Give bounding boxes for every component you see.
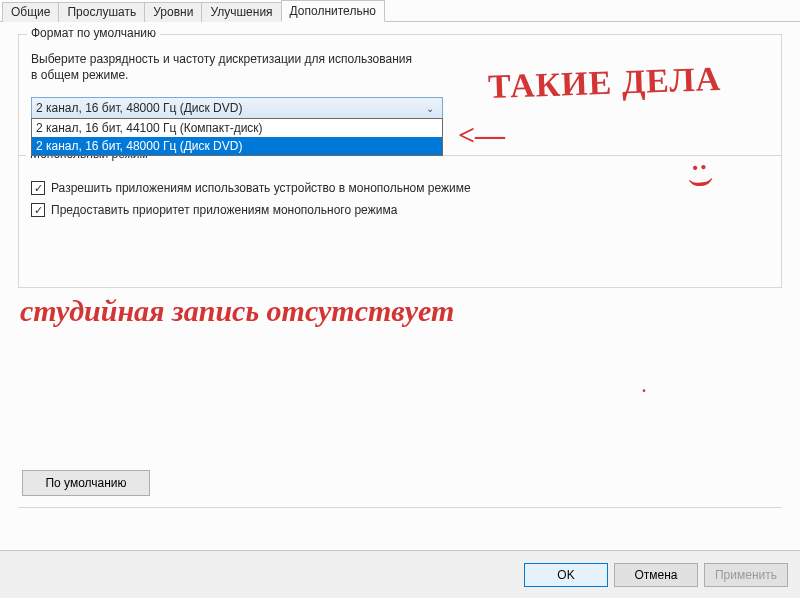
tab-listen[interactable]: Прослушать <box>58 2 145 22</box>
check-icon: ✓ <box>34 182 43 195</box>
checkbox-priority-exclusive-label: Предоставить приоритет приложениям моноп… <box>51 203 397 217</box>
ok-button[interactable]: OK <box>524 563 608 587</box>
checkbox-allow-exclusive-row: ✓ Разрешить приложениям использовать уст… <box>31 181 769 195</box>
default-format-desc: Выберите разрядность и частоту дискретиз… <box>31 51 769 83</box>
tab-general[interactable]: Общие <box>2 2 59 22</box>
checkbox-priority-exclusive[interactable]: ✓ <box>31 203 45 217</box>
format-selected-text: 2 канал, 16 бит, 48000 Гц (Диск DVD) <box>36 101 242 115</box>
format-option-48000[interactable]: 2 канал, 16 бит, 48000 Гц (Диск DVD) <box>32 137 442 155</box>
apply-button[interactable]: Применить <box>704 563 788 587</box>
default-format-group: Формат по умолчанию Выберите разрядность… <box>18 34 782 288</box>
chevron-down-icon: ⌄ <box>422 103 438 114</box>
dialog-button-bar: OK Отмена Применить <box>0 550 800 598</box>
checkbox-allow-exclusive[interactable]: ✓ <box>31 181 45 195</box>
cancel-button[interactable]: Отмена <box>614 563 698 587</box>
default-format-title: Формат по умолчанию <box>27 26 160 40</box>
tabs-bar: Общие Прослушать Уровни Улучшения Дополн… <box>0 0 800 22</box>
format-dropdown: 2 канал, 16 бит, 44100 Гц (Компакт-диск)… <box>31 118 443 156</box>
format-combobox[interactable]: 2 канал, 16 бит, 48000 Гц (Диск DVD) ⌄ <box>31 97 443 119</box>
format-option-44100[interactable]: 2 канал, 16 бит, 44100 Гц (Компакт-диск) <box>32 119 442 137</box>
check-icon: ✓ <box>34 204 43 217</box>
tab-advanced[interactable]: Дополнительно <box>281 0 385 22</box>
restore-defaults-button[interactable]: По умолчанию <box>22 470 150 496</box>
format-combobox-wrap: 2 канал, 16 бит, 48000 Гц (Диск DVD) ⌄ 2… <box>31 97 443 119</box>
tab-content: Формат по умолчанию Выберите разрядность… <box>0 22 800 550</box>
tab-enhance[interactable]: Улучшения <box>201 2 281 22</box>
checkbox-allow-exclusive-label: Разрешить приложениям использовать устро… <box>51 181 471 195</box>
checkbox-priority-exclusive-row: ✓ Предоставить приоритет приложениям мон… <box>31 203 769 217</box>
divider <box>18 507 782 508</box>
tab-levels[interactable]: Уровни <box>144 2 202 22</box>
